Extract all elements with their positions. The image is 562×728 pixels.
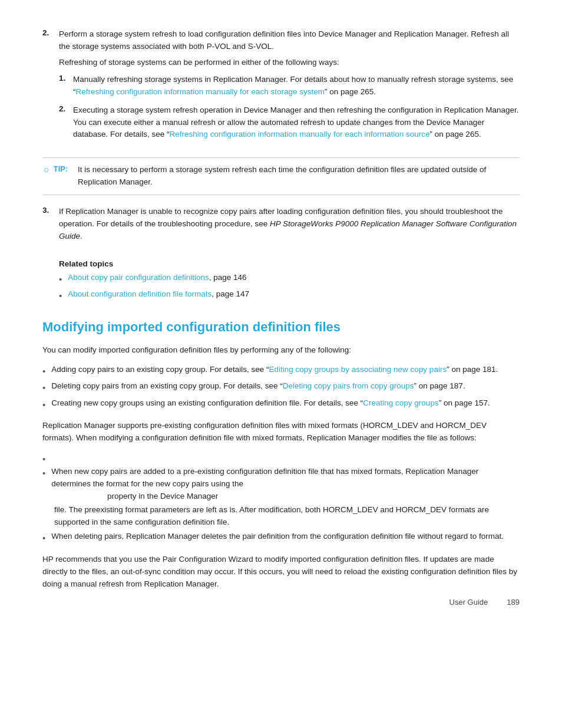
mixed-bullets: • When new copy pairs are added to a pre…	[42, 452, 520, 545]
bullet-icon-1: •	[42, 466, 45, 480]
step-2-para1: Perform a storage system refresh to load…	[59, 28, 520, 53]
related-topics-list: About copy pair configuration definition…	[59, 272, 520, 303]
footer-page-number: 189	[507, 598, 520, 607]
inner-step-1-text-after: ” on page 265.	[325, 87, 376, 96]
section-para2: HP recommends that you use the Pair Conf…	[42, 554, 520, 591]
section-bullet-3: Creating new copy groups using an existi…	[42, 397, 520, 411]
step-3-para: If Replication Manager is unable to reco…	[59, 206, 520, 243]
related-topic-2-link[interactable]: About configuration definition file form…	[68, 288, 211, 301]
tip-icon: ☼	[42, 164, 51, 174]
section-para1: Replication Manager supports pre-existin…	[42, 420, 520, 444]
related-topic-1-suffix: , page 146	[209, 272, 247, 284]
inner-step-2-content: Executing a storage system refresh opera…	[73, 104, 520, 141]
page-container: 2. Perform a storage system refresh to l…	[0, 0, 562, 625]
step-3-text-after: .	[80, 232, 82, 241]
step-2: 2. Perform a storage system refresh to l…	[42, 28, 520, 147]
mixed-bullet-1-text: When new copy pairs are added to a pre-e…	[51, 466, 520, 490]
step-3-content: If Replication Manager is unable to reco…	[59, 206, 520, 246]
tip-box: ☼ TIP: It is necessary to perform a stor…	[42, 157, 520, 195]
section-bullet-3-link[interactable]: Creating copy groups	[363, 397, 438, 410]
related-topic-2-suffix: , page 147	[211, 288, 249, 301]
inner-step-1: 1. Manually refreshing storage systems i…	[59, 74, 520, 98]
section-heading: Modifying imported configuration definit…	[42, 319, 520, 336]
mixed-bullet-1-after: file. The preexisting format parameters …	[54, 504, 520, 529]
inner-step-1-link[interactable]: Refreshing configuration information man…	[76, 87, 325, 96]
related-topic-1-link[interactable]: About copy pair configuration definition…	[68, 272, 209, 284]
step-3-number: 3.	[42, 206, 59, 246]
step-2-content: Perform a storage system refresh to load…	[59, 28, 520, 147]
inner-step-2-number: 2.	[59, 104, 73, 141]
section-bullet-2-after: ” on page 187.	[414, 380, 465, 393]
related-topic-1: About copy pair configuration definition…	[59, 272, 520, 286]
tip-text: It is necessary to perform a storage sys…	[78, 164, 520, 189]
mixed-bullet-1-indent: property in the Device Manager	[107, 490, 218, 503]
tip-label: TIP:	[54, 164, 68, 173]
step-2-para2: Refreshing of storage systems can be per…	[59, 57, 520, 69]
step-2-number: 2.	[42, 28, 59, 147]
related-topic-2: About configuration definition file form…	[59, 288, 520, 302]
mixed-bullet-1: • When new copy pairs are added to a pre…	[42, 452, 520, 529]
related-topics-heading: Related topics	[59, 259, 520, 268]
section-bullet-1-before: Adding copy pairs to an existing copy gr…	[51, 364, 269, 376]
page-footer: User Guide 189	[449, 598, 520, 607]
inner-step-1-number: 1.	[59, 74, 73, 98]
section-bullet-3-before: Creating new copy groups using an existi…	[51, 397, 363, 410]
mixed-bullet-2-text: When deleting pairs, Replication Manager…	[51, 531, 504, 543]
inner-step-2: 2. Executing a storage system refresh op…	[59, 104, 520, 141]
inner-step-1-content: Manually refreshing storage systems in R…	[73, 74, 520, 98]
section-intro: You can modify imported configuration de…	[42, 344, 520, 357]
section-bullet-2: Deleting copy pairs from an existing cop…	[42, 380, 520, 394]
step-3: 3. If Replication Manager is unable to r…	[42, 206, 520, 246]
section-bullet-1-after: ” on page 181.	[447, 364, 498, 376]
section-bullet-2-link[interactable]: Deleting copy pairs from copy groups	[283, 380, 414, 393]
inner-step-2-text-after: ” on page 265.	[430, 130, 481, 139]
inner-step-2-link[interactable]: Refreshing configuration information man…	[170, 130, 430, 139]
section-bullet-2-before: Deleting copy pairs from an existing cop…	[51, 380, 282, 393]
footer-label: User Guide	[449, 598, 488, 607]
section-bullet-1: Adding copy pairs to an existing copy gr…	[42, 364, 520, 378]
section-bullet-1-link[interactable]: Editing copy groups by associating new c…	[269, 364, 447, 376]
inner-steps: 1. Manually refreshing storage systems i…	[59, 74, 520, 141]
tip-label-area: ☼ TIP:	[42, 164, 73, 174]
section-bullet-3-after: ” on page 157.	[439, 397, 490, 410]
mixed-bullet-2: When deleting pairs, Replication Manager…	[42, 531, 520, 545]
related-topics: Related topics About copy pair configura…	[59, 259, 520, 303]
section-bullets: Adding copy pairs to an existing copy gr…	[42, 364, 520, 411]
